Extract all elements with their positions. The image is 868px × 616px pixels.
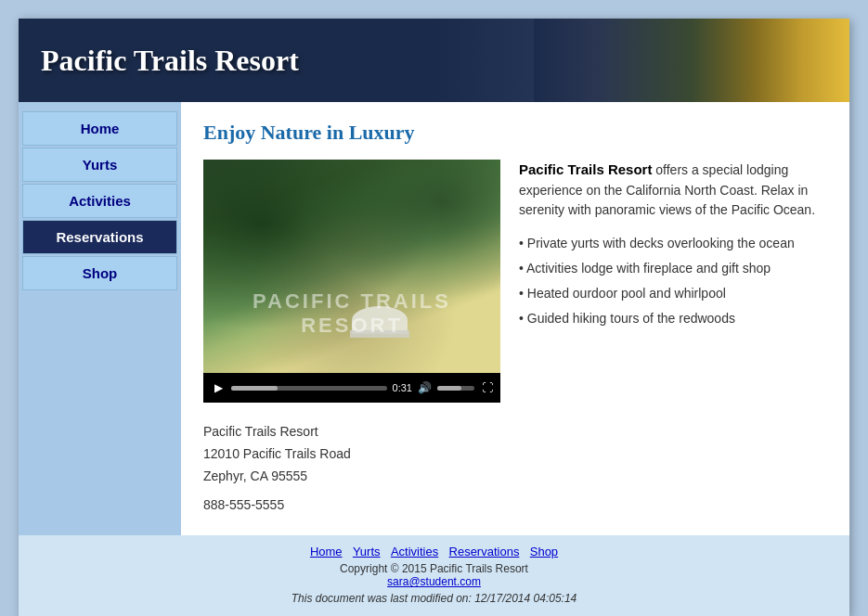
description-col: Pacific Trails Resort offers a special l… <box>519 160 827 403</box>
phone-number: 888-555-5555 <box>203 494 827 517</box>
feature-item-1: Private yurts with decks overlooking the… <box>519 231 827 256</box>
features-list: Private yurts with decks overlooking the… <box>519 231 827 331</box>
sidebar-item-activities[interactable]: Activities <box>22 184 177 218</box>
video-container: PACIFIC TRAILS RESORT ▶ 0:31 🔊 ⛶ <box>203 160 500 403</box>
play-button[interactable]: ▶ <box>211 381 226 394</box>
sidebar-item-shop[interactable]: Shop <box>22 256 177 290</box>
sidebar-item-home[interactable]: Home <box>22 111 177 146</box>
feature-item-3: Heated ourdoor pool and whirlpool <box>519 281 827 306</box>
progress-bar[interactable] <box>231 386 387 391</box>
volume-icon[interactable]: 🔊 <box>418 381 432 394</box>
site-header: Pacific Trails Resort <box>19 19 849 102</box>
brand-name: Pacific Trails Resort <box>519 161 652 177</box>
site-footer: Home Yurts Activities Reservations Shop … <box>19 535 849 616</box>
page-heading: Enjoy Nature in Luxury <box>203 121 827 145</box>
video-controls: ▶ 0:31 🔊 ⛶ <box>203 373 500 403</box>
site-title: Pacific Trails Resort <box>41 44 299 78</box>
fullscreen-button[interactable]: ⛶ <box>482 381 493 394</box>
footer-link-yurts[interactable]: Yurts <box>353 545 381 558</box>
feature-item-2: Activities lodge with fireplace and gift… <box>519 256 827 281</box>
main-layout: Home Yurts Activities Reservations Shop … <box>19 102 849 535</box>
footer-modified: This document was last modified on: 12/1… <box>19 592 849 605</box>
video-frame: PACIFIC TRAILS RESORT <box>203 160 500 373</box>
footer-link-home[interactable]: Home <box>310 545 343 558</box>
footer-copyright: Copyright © 2015 Pacific Trails Resort <box>19 562 849 575</box>
volume-fill <box>437 386 461 391</box>
footer-link-activities[interactable]: Activities <box>391 545 438 558</box>
footer-nav: Home Yurts Activities Reservations Shop <box>19 545 849 558</box>
address-line2: 12010 Pacific Trails Road <box>203 443 827 466</box>
footer-email-link[interactable]: sara@student.com <box>387 575 481 588</box>
feature-item-4: Guided hiking tours of the redwoods <box>519 306 827 331</box>
address-block: Pacific Trails Resort 12010 Pacific Trai… <box>203 421 827 517</box>
address-line1: Pacific Trails Resort <box>203 421 827 443</box>
description-text: Pacific Trails Resort offers a special l… <box>519 160 827 220</box>
sidebar-item-reservations[interactable]: Reservations <box>22 220 177 254</box>
time-display: 0:31 <box>393 382 412 393</box>
sidebar-item-yurts[interactable]: Yurts <box>22 148 177 182</box>
content-area: Enjoy Nature in Luxury PACIFIC TRAILS RE… <box>181 102 849 535</box>
page-wrapper: Pacific Trails Resort Home Yurts Activit… <box>19 19 849 616</box>
footer-link-reservations[interactable]: Reservations <box>449 545 520 558</box>
volume-bar[interactable] <box>437 386 474 391</box>
progress-fill <box>231 386 278 391</box>
footer-link-shop[interactable]: Shop <box>530 545 558 558</box>
address-line3: Zephyr, CA 95555 <box>203 466 827 488</box>
sidebar: Home Yurts Activities Reservations Shop <box>19 102 181 535</box>
content-row: PACIFIC TRAILS RESORT ▶ 0:31 🔊 ⛶ <box>203 160 827 403</box>
footer-email: sara@student.com <box>19 575 849 588</box>
video-overlay-text: PACIFIC TRAILS RESORT <box>203 289 500 338</box>
